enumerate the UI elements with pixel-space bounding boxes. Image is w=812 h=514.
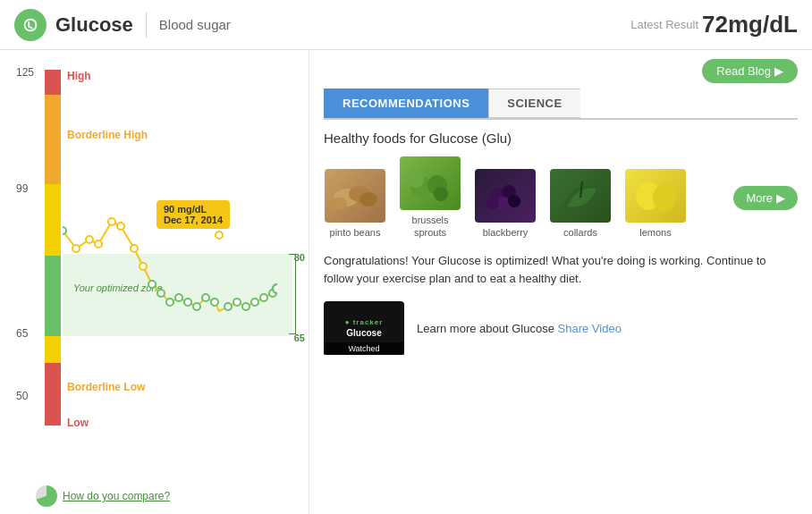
y-label-50: 50 (16, 390, 28, 402)
svg-point-16 (216, 232, 223, 239)
bar-green (45, 256, 61, 336)
tab-recommendations[interactable]: Recommendations (324, 88, 488, 118)
congrats-text: Congratulations! Your Glucose is optimiz… (324, 252, 798, 290)
tooltip-value: 90 mg/dL (164, 204, 223, 215)
svg-point-5 (117, 223, 124, 230)
food-lemons-img (625, 169, 686, 223)
food-pinto-beans: pinto beans (324, 169, 386, 239)
svg-point-11 (175, 294, 182, 301)
more-button[interactable]: More ▶ (733, 186, 798, 210)
svg-point-12 (184, 299, 191, 306)
tabs-bar: Recommendations Science (324, 88, 798, 120)
svg-point-9 (157, 290, 165, 297)
food-collards: collards (549, 169, 612, 239)
food-collards-label: collards (563, 226, 597, 239)
food-collards-img (550, 169, 611, 223)
svg-point-1 (72, 245, 80, 252)
svg-point-17 (224, 303, 232, 310)
tab-science[interactable]: Science (488, 88, 579, 118)
bar-yellow2 (45, 336, 61, 363)
svg-point-2 (86, 236, 93, 243)
svg-point-7 (140, 263, 147, 270)
svg-point-36 (486, 197, 499, 209)
y-label-125: 125 (16, 66, 34, 79)
compare-link[interactable]: How do you compare? (63, 490, 170, 502)
svg-point-0 (63, 227, 66, 234)
food-blackberry-img (475, 169, 536, 223)
read-blog-button[interactable]: Read Blog ▶ (702, 59, 798, 83)
svg-point-6 (131, 245, 138, 252)
svg-point-8 (148, 281, 156, 288)
svg-point-23 (273, 284, 277, 293)
svg-point-31 (434, 187, 448, 201)
tooltip-box: 90 mg/dL Dec 17, 2014 (156, 200, 230, 229)
tooltip-date: Dec 17, 2014 (164, 215, 223, 225)
svg-point-18 (233, 299, 241, 306)
compare-icon (36, 485, 57, 507)
svg-point-21 (260, 294, 267, 301)
food-brussels-sprouts-img (400, 156, 461, 210)
svg-point-35 (508, 195, 520, 207)
svg-point-15 (211, 299, 218, 306)
video-description: Learn more about Glucose Share Video (417, 322, 622, 335)
video-row: ● tracker Glucose Watched Learn more abo… (324, 301, 798, 355)
food-lemons: lemons (624, 169, 687, 239)
y-label-65: 65 (16, 327, 28, 340)
food-brussels-sprouts-label: brussels sprouts (399, 214, 461, 240)
logo-icon (14, 9, 47, 41)
header-subtitle: Blood sugar (159, 17, 231, 32)
svg-point-20 (251, 299, 258, 306)
latest-result-label: Latest Result (630, 18, 698, 31)
svg-point-10 (166, 299, 173, 306)
more-arrow-icon: ▶ (776, 191, 785, 205)
header: Glucose Blood sugar Latest Result 72mg/d… (0, 0, 812, 50)
food-blackberry-label: blackberry (483, 226, 529, 239)
svg-point-13 (193, 303, 200, 310)
main-content: 125 99 65 50 High Borderline High Border… (0, 50, 812, 514)
food-pinto-beans-img (325, 169, 385, 223)
latest-result-value: 72mg/dL (702, 11, 798, 38)
bar-red-bot (45, 363, 61, 426)
share-video-link[interactable]: Share Video (558, 322, 622, 335)
food-items-row: pinto beans brussels sprouts blackberry … (324, 156, 798, 240)
watched-badge: Watched (324, 342, 404, 355)
header-divider (146, 13, 147, 38)
svg-point-19 (242, 303, 250, 310)
svg-point-38 (653, 184, 676, 211)
video-tracker-label: ● tracker (345, 318, 384, 326)
svg-point-27 (331, 198, 347, 210)
svg-point-4 (108, 218, 115, 225)
food-lemons-label: lemons (639, 226, 671, 239)
section-title: Healthy foods for Glucose (Glu) (324, 131, 798, 146)
svg-point-30 (408, 172, 424, 188)
svg-point-14 (202, 294, 209, 301)
top-actions: Read Blog ▶ (324, 59, 798, 83)
svg-point-26 (359, 192, 377, 206)
page-title: Glucose (55, 13, 133, 37)
video-desc-prefix: Learn more about Glucose (417, 322, 554, 335)
chart-svg (63, 70, 277, 426)
video-thumbnail[interactable]: ● tracker Glucose Watched (324, 301, 404, 355)
food-pinto-beans-label: pinto beans (330, 226, 381, 239)
y-label-99: 99 (16, 182, 28, 195)
right-panel: Read Blog ▶ Recommendations Science Heal… (309, 50, 812, 514)
svg-point-3 (95, 240, 102, 248)
chart-panel: 125 99 65 50 High Borderline High Border… (0, 50, 309, 514)
food-brussels-sprouts: brussels sprouts (399, 156, 461, 240)
bar-orange (45, 95, 61, 184)
video-glucose-label: Glucose (346, 328, 381, 338)
compare-row[interactable]: How do you compare? (36, 485, 170, 507)
food-blackberry: blackberry (474, 169, 537, 239)
arrow-icon: ▶ (774, 64, 783, 78)
bracket-shape (289, 254, 296, 334)
bar-red-top (45, 70, 61, 95)
bar-yellow (45, 184, 61, 256)
